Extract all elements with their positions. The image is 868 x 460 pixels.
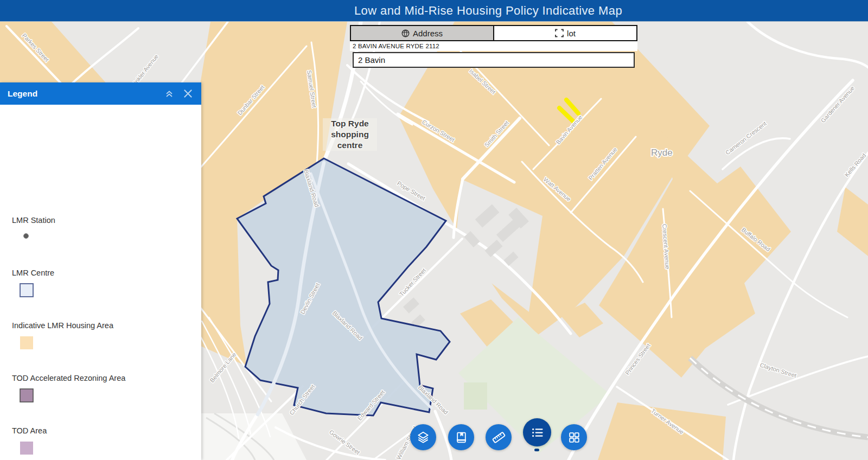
bookmarks-button[interactable] (448, 424, 474, 450)
search-input[interactable] (353, 52, 635, 68)
legend-header: Legend (0, 82, 201, 105)
layers-icon (416, 430, 430, 444)
list-icon (530, 425, 545, 440)
legend-item-label: LMR Station (12, 216, 55, 225)
measure-button[interactable] (486, 424, 512, 450)
legend-item-lmr-station: LMR Station (12, 216, 55, 244)
poi-label-top-ryde: Top Ryde shopping centre (323, 118, 377, 151)
search-suggestion[interactable]: 2 BAVIN AVENUE RYDE 2112 (350, 41, 637, 51)
tod-accelerated-swatch (20, 388, 34, 403)
basemap-grid-button[interactable] (561, 424, 587, 450)
legend-list-button[interactable] (523, 418, 551, 446)
collapse-icon[interactable] (163, 88, 175, 100)
tod-area-swatch (20, 441, 34, 455)
lmr-centre-swatch (20, 283, 34, 297)
search-tab-bar: Address lot (350, 25, 637, 41)
station-dot-swatch (20, 231, 33, 244)
ruler-icon (492, 430, 506, 445)
legend-panel: Legend LMR Station LMR Centre (0, 82, 201, 460)
legend-item-label: LMR Centre (12, 269, 54, 277)
legend-item-label: Indicative LMR Housing Area (12, 321, 113, 330)
legend-item-tod-accelerated: TOD Accelerated Rezoning Area (12, 374, 125, 403)
tab-address[interactable]: Address (351, 26, 493, 40)
housing-area-swatch (20, 336, 34, 350)
legend-title: Legend (8, 89, 157, 99)
suburb-label-ryde: Ryde (651, 148, 673, 158)
globe-icon (401, 29, 410, 37)
page-title: Low and Mid-Rise Housing Policy Indicati… (354, 4, 622, 18)
legend-item-lmr-centre: LMR Centre (12, 269, 54, 297)
close-icon[interactable] (182, 88, 194, 100)
active-tool-indicator (534, 449, 539, 451)
layers-button[interactable] (410, 424, 436, 450)
tab-address-label: Address (413, 29, 443, 38)
legend-item-tod-area: TOD Area (12, 426, 47, 455)
grid-icon (567, 431, 581, 444)
app-title-bar: Low and Mid-Rise Housing Policy Indicati… (0, 0, 868, 22)
lot-extent-icon (555, 29, 564, 37)
search-widget: Address lot 2 BAVIN AVENUE RYDE 2112 (350, 25, 637, 68)
bookmark-icon (455, 431, 468, 444)
tab-lot[interactable]: lot (493, 26, 636, 40)
legend-item-indicative-lmr: Indicative LMR Housing Area (12, 321, 113, 350)
tab-lot-label: lot (567, 29, 576, 38)
app-window: Parkes Street Hinkler Avenue Dunbar Stre… (0, 0, 868, 460)
legend-item-label: TOD Accelerated Rezoning Area (12, 374, 125, 382)
legend-item-label: TOD Area (12, 426, 47, 435)
